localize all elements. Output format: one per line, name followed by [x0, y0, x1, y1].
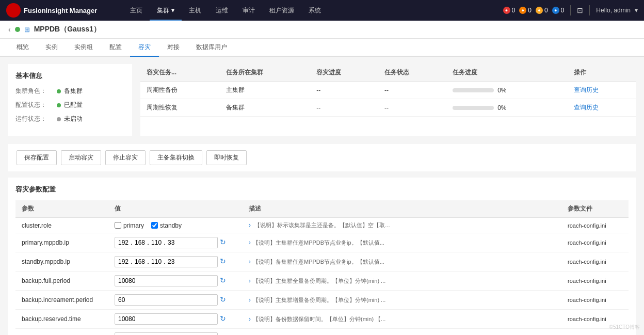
th-file: 参数文件 [561, 200, 629, 218]
param-desc-0: › 【说明】标示该集群是主还是备。【默认值】空【取... [243, 218, 561, 233]
alert-orange[interactable]: ● 0 [519, 7, 532, 14]
tab-connect[interactable]: 对接 [159, 39, 188, 57]
save-config-button[interactable]: 保存配置 [17, 150, 57, 165]
th-task-progress: 任务进度 [446, 64, 568, 82]
alert-orange-count: 0 [528, 7, 532, 14]
param-input-6[interactable] [115, 332, 218, 335]
refresh-icon[interactable]: ↻ [218, 276, 226, 284]
param-input-1[interactable] [115, 237, 218, 248]
query-history-link-2[interactable]: 查询历史 [574, 104, 599, 111]
breadcrumb-bar: ‹ ⊞ MPPDB（Gauss1） [0, 21, 644, 39]
desc-arrow-icon: › [249, 221, 251, 229]
alert-orange-icon: ● [519, 7, 526, 14]
table-row: backup.full.period ↻›【说明】主集群全量备份周期。【单位】分… [15, 272, 629, 291]
switch-cluster-button[interactable]: 主备集群切换 [150, 150, 202, 165]
basic-info-title: 基本信息 [15, 71, 125, 81]
refresh-icon[interactable]: ↻ [218, 238, 226, 246]
nav-ops[interactable]: 运维 [208, 0, 235, 21]
nav-audit[interactable]: 审计 [235, 0, 262, 21]
param-input-2[interactable] [115, 256, 218, 267]
th-dr-progress: 容灾进度 [310, 64, 378, 82]
alert-blue[interactable]: ● 0 [552, 7, 565, 14]
param-input-3[interactable] [115, 275, 218, 286]
cluster-role-row: 集群角色： 备集群 [15, 87, 125, 95]
nav-cluster[interactable]: 集群 [150, 0, 181, 21]
progress-bar-1 [453, 88, 494, 92]
tab-dr[interactable]: 容灾 [130, 39, 159, 57]
run-status-row: 运行状态： 未启动 [15, 115, 125, 123]
refresh-icon[interactable]: ↻ [218, 314, 226, 323]
desc-arrow-icon: › [249, 296, 251, 304]
th-action: 操作 [568, 64, 636, 82]
config-status-value: 已配置 [57, 101, 83, 109]
param-file-4: roach-config.ini [561, 291, 629, 310]
stop-dr-button[interactable]: 停止容灾 [105, 150, 146, 165]
tab-dbuser[interactable]: 数据库用户 [188, 39, 235, 57]
param-value-1: ↻ [108, 233, 243, 252]
alert-area: ● 0 ● 0 ● 0 ● 0 ⊡ Hello, admin ▾ [503, 5, 638, 15]
param-input-5[interactable] [115, 313, 218, 325]
th-desc: 描述 [243, 200, 561, 218]
param-value-3: ↻ [108, 272, 243, 291]
primary-checkbox-label[interactable]: primary [115, 222, 144, 229]
table-row: standby.mppdb.ip ↻›【说明】备集群任意MPPDB节点业务ip。… [15, 252, 629, 272]
tab-instance-group[interactable]: 实例组 [66, 39, 101, 57]
checkbox-group: primary standby [115, 222, 236, 229]
th-param: 参数 [15, 200, 108, 218]
task-progress-2: 0% [446, 99, 568, 117]
param-desc-6: ›【说明】备集群恢复周期。【单位】分钟(min)【默... [243, 329, 561, 336]
task-name-1: 周期性备份 [140, 82, 220, 99]
nav-home[interactable]: 主页 [123, 0, 150, 21]
param-name-4: backup.increament.period [15, 291, 108, 310]
task-progress-1: 0% [446, 82, 568, 99]
refresh-icon[interactable]: ↻ [218, 257, 226, 265]
th-cluster: 任务所在集群 [220, 64, 311, 82]
user-dropdown-icon[interactable]: ▾ [635, 7, 638, 14]
param-input-4[interactable] [115, 294, 218, 306]
nav-host[interactable]: 主机 [182, 0, 208, 21]
nav-system[interactable]: 系统 [301, 0, 328, 21]
param-file-1: roach-config.ini [561, 233, 629, 252]
primary-checkbox[interactable] [115, 222, 121, 229]
th-task: 容灾任务... [140, 64, 220, 82]
app-name: FusionInsight Manager [24, 7, 97, 14]
task-action-2: 查询历史 [568, 99, 636, 117]
nav-divider2 [589, 5, 590, 15]
back-button[interactable]: ‹ [8, 25, 11, 34]
params-section: 容灾参数配置 参数 值 描述 参数文件 cluster.role [8, 178, 636, 335]
standby-checkbox[interactable] [151, 222, 158, 229]
screen-icon[interactable]: ⊡ [577, 6, 583, 14]
tab-instance[interactable]: 实例 [37, 39, 66, 57]
top-navigation: FusionInsight Manager 主页 集群 主机 运维 审计 租户资… [0, 0, 644, 21]
th-value: 值 [108, 200, 243, 218]
nav-items: 主页 集群 主机 运维 审计 租户资源 系统 [123, 0, 503, 21]
tab-config[interactable]: 配置 [101, 39, 130, 57]
alert-red-count: 0 [512, 7, 516, 14]
param-name-3: backup.full.period [15, 272, 108, 291]
alert-yellow-count: 0 [544, 7, 548, 14]
run-status-dot [57, 117, 61, 121]
start-dr-button[interactable]: 启动容灾 [61, 150, 101, 165]
instant-restore-button[interactable]: 即时恢复 [206, 150, 247, 165]
table-row: cluster.role primary standby [15, 218, 629, 233]
cluster-role-status [57, 89, 61, 93]
th-task-status: 任务状态 [378, 64, 446, 82]
alert-red[interactable]: ● 0 [503, 7, 516, 14]
refresh-icon[interactable]: ↻ [218, 295, 226, 304]
tab-overview[interactable]: 概览 [8, 39, 37, 57]
params-title: 容灾参数配置 [15, 185, 629, 194]
task-status-1: -- [378, 82, 446, 99]
huawei-logo-icon [6, 3, 21, 18]
nav-tenant[interactable]: 租户资源 [262, 0, 301, 21]
param-name-1: primary.mppdb.ip [15, 233, 108, 252]
table-row: backup.reserved.time ↻›【说明】备份数据保留时间。【单位】… [15, 310, 629, 329]
dr-progress-1: -- [310, 82, 378, 99]
param-desc-1: ›【说明】主集群任意MPPDB节点业务ip。【默认值... [243, 233, 561, 252]
alert-yellow[interactable]: ● 0 [536, 7, 548, 14]
param-name-5: backup.reserved.time [15, 310, 108, 329]
table-row: restore.period ↻›【说明】备集群恢复周期。【单位】分钟(min)… [15, 329, 629, 336]
standby-checkbox-label[interactable]: standby [151, 222, 182, 229]
query-history-link-1[interactable]: 查询历史 [574, 86, 599, 93]
user-label[interactable]: Hello, admin [596, 7, 631, 14]
nav-divider [570, 5, 571, 15]
